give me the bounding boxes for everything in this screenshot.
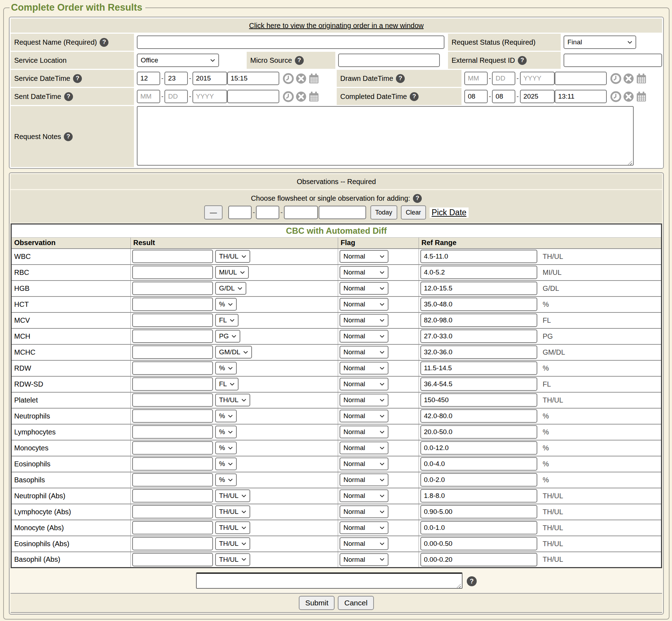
calendar-icon[interactable] xyxy=(308,91,319,102)
sent-day-input[interactable] xyxy=(164,90,188,103)
result-input[interactable] xyxy=(132,409,213,423)
result-input[interactable] xyxy=(132,489,213,503)
pick-time-input[interactable] xyxy=(319,206,366,219)
ref-range-input[interactable] xyxy=(420,409,537,423)
pick-day-input[interactable] xyxy=(256,206,279,219)
result-input[interactable] xyxy=(132,521,213,534)
help-icon[interactable]: ? xyxy=(467,576,477,586)
ref-range-input[interactable] xyxy=(420,505,537,519)
view-originating-order-link[interactable]: Click here to view the originating order… xyxy=(249,22,424,30)
service-time-input[interactable] xyxy=(227,72,279,85)
ref-range-input[interactable] xyxy=(420,361,537,375)
result-input[interactable] xyxy=(132,553,213,566)
unit-select[interactable]: G/DL xyxy=(215,282,246,295)
service-location-select[interactable]: Office xyxy=(137,54,219,67)
flag-select[interactable]: Normal xyxy=(340,266,388,279)
result-input[interactable] xyxy=(132,537,213,550)
ref-range-input[interactable] xyxy=(420,329,537,343)
calendar-icon[interactable] xyxy=(636,91,647,102)
unit-select[interactable]: % xyxy=(215,410,237,422)
ref-range-input[interactable] xyxy=(420,345,537,359)
service-year-input[interactable] xyxy=(192,72,227,85)
unit-select[interactable]: % xyxy=(215,362,237,375)
ref-range-input[interactable] xyxy=(420,553,537,566)
drawn-day-input[interactable] xyxy=(492,72,515,85)
flag-select[interactable]: Normal xyxy=(340,330,388,343)
unit-select[interactable]: TH/UL xyxy=(215,521,250,534)
external-request-id-input[interactable] xyxy=(564,54,662,67)
result-input[interactable] xyxy=(132,345,213,359)
sent-month-input[interactable] xyxy=(137,90,160,103)
ref-range-input[interactable] xyxy=(420,314,537,327)
ref-range-input[interactable] xyxy=(420,425,537,439)
unit-select[interactable]: TH/UL xyxy=(215,394,250,406)
help-icon[interactable]: ? xyxy=(73,74,82,83)
clear-icon[interactable] xyxy=(296,91,307,102)
clock-icon[interactable] xyxy=(610,91,621,102)
note-textarea[interactable] xyxy=(196,572,463,589)
flag-select[interactable]: Normal xyxy=(340,282,388,295)
ref-range-input[interactable] xyxy=(420,298,537,311)
result-input[interactable] xyxy=(132,282,213,295)
request-status-select[interactable]: Final xyxy=(564,35,636,49)
flag-select[interactable]: Normal xyxy=(340,458,388,470)
flag-select[interactable]: Normal xyxy=(340,537,388,550)
ref-range-input[interactable] xyxy=(420,250,537,263)
help-icon[interactable]: ? xyxy=(410,92,419,101)
clear-button[interactable]: Clear xyxy=(401,205,426,220)
clock-icon[interactable] xyxy=(610,73,621,84)
result-input[interactable] xyxy=(132,329,213,343)
clear-icon[interactable] xyxy=(623,91,634,102)
result-input[interactable] xyxy=(132,377,213,391)
ref-range-input[interactable] xyxy=(420,537,537,550)
sent-time-input[interactable] xyxy=(227,90,279,103)
pick-month-input[interactable] xyxy=(228,206,252,219)
micro-source-input[interactable] xyxy=(338,54,440,67)
drawn-time-input[interactable] xyxy=(555,72,607,85)
ref-range-input[interactable] xyxy=(420,266,537,279)
flag-select[interactable]: Normal xyxy=(340,298,388,311)
result-input[interactable] xyxy=(132,505,213,519)
help-icon[interactable]: ? xyxy=(518,56,527,65)
clock-icon[interactable] xyxy=(283,73,294,84)
flag-select[interactable]: Normal xyxy=(340,489,388,502)
completed-day-input[interactable] xyxy=(492,90,515,103)
ref-range-input[interactable] xyxy=(420,282,537,295)
ref-range-input[interactable] xyxy=(420,489,537,503)
result-input[interactable] xyxy=(132,314,213,327)
unit-select[interactable]: FL xyxy=(215,378,239,390)
help-icon[interactable]: ? xyxy=(64,92,73,101)
help-icon[interactable]: ? xyxy=(413,194,422,203)
result-input[interactable] xyxy=(132,457,213,471)
unit-select[interactable]: % xyxy=(215,473,237,486)
unit-select[interactable]: TH/UL xyxy=(215,505,250,518)
flag-select[interactable]: Normal xyxy=(340,410,388,422)
unit-select[interactable]: TH/UL xyxy=(215,250,250,263)
drawn-month-input[interactable] xyxy=(464,72,488,85)
unit-select[interactable]: % xyxy=(215,426,237,438)
help-icon[interactable]: ? xyxy=(396,74,405,83)
result-input[interactable] xyxy=(132,266,213,279)
flag-select[interactable]: Normal xyxy=(340,521,388,534)
pick-date-link[interactable]: Pick Date xyxy=(430,207,469,218)
ref-range-input[interactable] xyxy=(420,393,537,407)
drawn-year-input[interactable] xyxy=(520,72,555,85)
sent-year-input[interactable] xyxy=(192,90,227,103)
flag-select[interactable]: Normal xyxy=(340,442,388,454)
calendar-icon[interactable] xyxy=(308,73,319,84)
flag-select[interactable]: Normal xyxy=(340,250,388,263)
completed-month-input[interactable] xyxy=(464,90,488,103)
flag-select[interactable]: Normal xyxy=(340,553,388,566)
submit-button[interactable]: Submit xyxy=(299,596,335,610)
result-input[interactable] xyxy=(132,441,213,455)
clear-icon[interactable] xyxy=(623,73,634,84)
calendar-icon[interactable] xyxy=(636,73,647,84)
unit-select[interactable]: TH/UL xyxy=(215,489,250,502)
request-name-input[interactable] xyxy=(137,35,444,49)
flag-select[interactable]: Normal xyxy=(340,426,388,438)
flag-select[interactable]: Normal xyxy=(340,362,388,375)
unit-select[interactable]: FL xyxy=(215,314,239,327)
unit-select[interactable]: % xyxy=(215,458,237,470)
flag-select[interactable]: Normal xyxy=(340,473,388,486)
flag-select[interactable]: Normal xyxy=(340,505,388,518)
